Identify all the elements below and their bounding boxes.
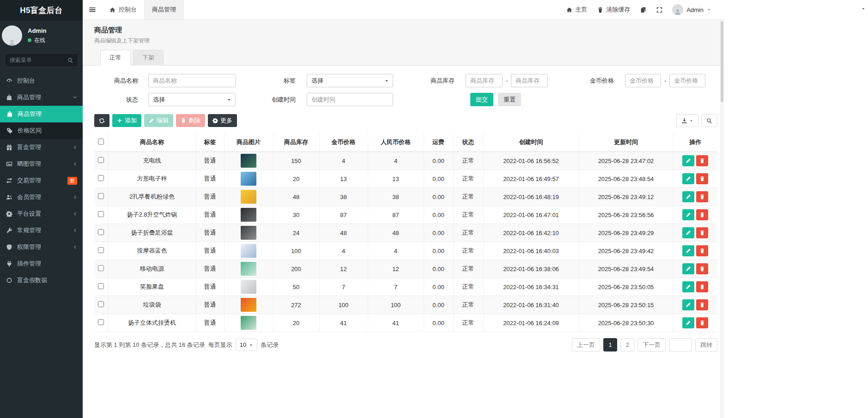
page-button-2[interactable]: 2 [620, 338, 634, 351]
menu-search-input[interactable] [5, 54, 63, 67]
reset-button[interactable]: 重置 [498, 93, 521, 106]
add-button[interactable]: 添加 [112, 114, 141, 127]
delete-row-button[interactable] [696, 245, 708, 256]
row-checkbox[interactable] [98, 283, 104, 289]
product-thumbnail[interactable] [241, 298, 256, 312]
delete-row-button[interactable] [696, 281, 708, 292]
row-checkbox[interactable] [98, 175, 104, 181]
scrollbar-thumb[interactable] [721, 21, 723, 102]
sidebar-item-goods-parent[interactable]: 商品管理 [0, 89, 83, 106]
export-button[interactable] [676, 114, 698, 127]
delete-row-button[interactable] [696, 317, 708, 328]
row-checkbox[interactable] [98, 157, 104, 163]
scrollbar-track[interactable] [720, 20, 724, 418]
nav-tab-dashboard[interactable]: 控制台 [102, 0, 145, 19]
sidebar-item-members[interactable]: 会员管理 [0, 189, 83, 206]
product-thumbnail[interactable] [241, 316, 256, 330]
refresh-button[interactable] [94, 114, 109, 127]
sidebar-item-permission[interactable]: 权限管理 [0, 239, 83, 255]
delete-row-button[interactable] [696, 173, 708, 184]
sidebar-item-price-range[interactable]: 价格区间 [0, 122, 83, 139]
sidebar-item-plugins[interactable]: 插件管理 [0, 255, 83, 272]
edit-button[interactable]: 编辑 [144, 114, 173, 127]
filter-status-select[interactable]: 选择 [148, 93, 236, 106]
cell-updated-time: 2025-06-28 23:49:12 [579, 188, 673, 206]
filter-tag-select[interactable]: 选择 [307, 74, 393, 87]
home-link[interactable]: 主页 [561, 0, 592, 20]
cell-stock: 100 [273, 242, 319, 260]
filter-stock-min-input[interactable] [466, 74, 503, 87]
sidebar-item-general[interactable]: 常规管理 [0, 222, 83, 239]
range-separator: - [664, 77, 666, 84]
product-thumbnail[interactable] [241, 208, 256, 222]
product-thumbnail[interactable] [241, 280, 256, 294]
user-menu[interactable]: Admin [668, 4, 716, 15]
product-thumbnail[interactable] [241, 190, 256, 204]
edit-row-button[interactable] [682, 191, 694, 202]
page-button-1[interactable]: 1 [603, 338, 617, 351]
prev-page-button[interactable]: 上一页 [572, 338, 600, 351]
sidebar-item-fakedata[interactable]: 盲盒假数据 [0, 272, 83, 289]
row-checkbox[interactable] [98, 229, 104, 235]
edit-row-button[interactable] [682, 209, 694, 220]
product-thumbnail[interactable] [241, 262, 256, 276]
product-thumbnail[interactable] [241, 154, 256, 168]
row-checkbox[interactable] [98, 247, 104, 253]
row-checkbox[interactable] [98, 301, 104, 307]
submit-button[interactable]: 提交 [470, 93, 493, 106]
fullscreen-button[interactable] [651, 0, 668, 20]
tab-offshelf[interactable]: 下架 [133, 50, 164, 66]
edit-row-button[interactable] [682, 227, 694, 238]
filter-created-input[interactable] [307, 93, 393, 106]
next-page-button[interactable]: 下一页 [637, 338, 666, 351]
edit-row-button[interactable] [682, 245, 694, 256]
product-thumbnail[interactable] [241, 172, 256, 186]
more-button[interactable]: 更多 [208, 114, 237, 127]
row-checkbox[interactable] [98, 211, 104, 217]
delete-button[interactable]: 删除 [176, 114, 205, 127]
select-all-checkbox[interactable] [98, 139, 104, 145]
product-thumbnail[interactable] [241, 226, 256, 240]
tab-normal[interactable]: 正常 [100, 50, 131, 66]
edit-row-button[interactable] [682, 281, 694, 292]
jump-page-input[interactable] [669, 338, 692, 351]
sidebar-toggle-button[interactable] [83, 0, 102, 19]
caret-down-icon [861, 6, 866, 11]
product-thumbnail[interactable] [241, 244, 256, 258]
nav-tab-goods[interactable]: 商品管理 [145, 0, 184, 19]
edit-row-button[interactable] [682, 263, 694, 274]
sidebar-item-trade[interactable]: 交易管理新 [0, 172, 83, 189]
cell-product-image [224, 242, 273, 260]
delete-row-button[interactable] [696, 227, 708, 238]
filter-gold-max-input[interactable] [669, 74, 705, 87]
row-checkbox[interactable] [98, 193, 104, 199]
filter-name-input[interactable] [148, 74, 236, 87]
menu-search-button[interactable] [63, 57, 78, 63]
sidebar-item-platform[interactable]: 平台设置 [0, 206, 83, 222]
edit-row-button[interactable] [682, 173, 694, 184]
sidebar-item-photos[interactable]: 晒图管理 [0, 156, 83, 172]
row-checkbox[interactable] [98, 265, 104, 271]
delete-row-button[interactable] [696, 191, 708, 202]
cell-product-name: 方形电子秤 [108, 170, 196, 188]
delete-row-button[interactable] [696, 209, 708, 220]
clear-cache-link[interactable]: 清除缓存 [592, 0, 635, 20]
row-checkbox[interactable] [98, 319, 104, 325]
delete-row-button[interactable] [696, 299, 708, 310]
edit-row-button[interactable] [682, 299, 694, 310]
search-toggle-button[interactable] [701, 114, 717, 127]
corner-caret-icon[interactable] [861, 6, 866, 12]
edit-row-button[interactable] [682, 155, 694, 166]
sidebar-item-dashboard[interactable]: 控制台 [0, 73, 83, 89]
page-size-select[interactable]: 10 [236, 339, 257, 351]
filter-stock-max-input[interactable] [511, 74, 548, 87]
cell-rmb-price: 87 [368, 206, 424, 224]
delete-row-button[interactable] [696, 155, 708, 166]
copy-button[interactable] [635, 0, 651, 20]
filter-gold-min-input[interactable] [625, 74, 661, 87]
delete-row-button[interactable] [696, 263, 708, 274]
sidebar-item-blindbox[interactable]: 盲盒管理 [0, 139, 83, 156]
jump-button[interactable]: 跳转 [695, 338, 717, 351]
sidebar-item-goods-manage[interactable]: 商品管理 [0, 106, 83, 122]
edit-row-button[interactable] [682, 317, 694, 328]
